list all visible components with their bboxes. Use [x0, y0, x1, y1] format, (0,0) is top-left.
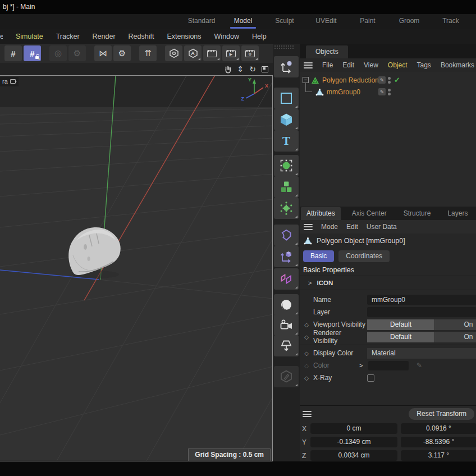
name-input[interactable]: mmGroup0: [367, 295, 476, 305]
transform-tool-button[interactable]: [274, 56, 299, 77]
xray-checkbox[interactable]: [367, 374, 374, 382]
snap-grid-lock-button[interactable]: #: [24, 45, 41, 61]
mirror-settings-button[interactable]: ⚙: [113, 45, 131, 61]
renderer-visibility-segmented: Default On: [367, 332, 476, 342]
primitive-cube-button[interactable]: [274, 109, 299, 130]
dolly-icon[interactable]: ⇕: [237, 65, 244, 73]
field-gear-icon: [279, 201, 294, 216]
hexagon-material-button[interactable]: [165, 45, 182, 61]
layer-badge-icon[interactable]: ✎: [378, 76, 386, 84]
mirror-tool-button[interactable]: ⋈: [94, 45, 112, 61]
visibility-on-button[interactable]: On: [434, 332, 476, 342]
render-view-icon: [207, 50, 217, 57]
snap-grid-button[interactable]: #: [4, 45, 22, 61]
axis-modify-button[interactable]: [274, 246, 299, 267]
objects-hamburger-icon[interactable]: [304, 62, 313, 68]
menu-render[interactable]: Render: [93, 33, 116, 40]
hexagon-asset-button[interactable]: A: [184, 45, 202, 61]
tab-layers[interactable]: Layers: [442, 207, 473, 220]
mode-tab-coordinates[interactable]: Coordinates: [338, 250, 390, 262]
tree-row-polygon-reduction[interactable]: − Polygon Reduction ✎ ✓: [300, 74, 476, 86]
objects-menu-object[interactable]: Object: [388, 61, 408, 69]
mode-tab-basic[interactable]: Basic: [303, 250, 334, 262]
volume-builder-button[interactable]: [274, 176, 299, 198]
render-picture-viewer-button[interactable]: ▶: [222, 45, 240, 61]
attributes-menu-mode[interactable]: Mode: [321, 223, 338, 231]
objects-menu-view[interactable]: View: [364, 61, 378, 69]
layout-tab-groom[interactable]: Groom: [388, 14, 430, 29]
enabled-check-icon[interactable]: ✓: [394, 76, 400, 84]
layout-tab-standard[interactable]: Standard: [181, 14, 222, 29]
rotation-p-input[interactable]: -88.5396 °: [401, 437, 476, 447]
tab-axis-center[interactable]: Axis Center: [346, 207, 392, 220]
fields-button[interactable]: [274, 198, 299, 219]
tree-row-mmgroup0[interactable]: mmGroup0 ✎: [300, 86, 476, 98]
menu-redshift[interactable]: Redshift: [129, 33, 154, 40]
render-view-button[interactable]: [203, 45, 221, 61]
objects-menu-edit[interactable]: Edit: [342, 61, 354, 69]
render-settings-button[interactable]: ⚙: [241, 45, 259, 61]
keyframe-diamond-icon[interactable]: ◇: [300, 322, 313, 328]
menu-help[interactable]: Help: [252, 33, 267, 40]
generator-button[interactable]: [274, 155, 299, 176]
maximize-view-icon[interactable]: [262, 66, 268, 72]
keyframe-diamond-icon[interactable]: ◇: [300, 334, 313, 340]
palette-grip[interactable]: [274, 45, 294, 49]
viewport-nav-bar: ⇕ ↻: [0, 63, 273, 75]
attributes-tabstrip: Attributes Axis Center Structure Layers: [300, 207, 476, 220]
visibility-default-button[interactable]: Default: [367, 332, 434, 342]
expander-icon[interactable]: −: [303, 77, 309, 83]
reorder-button[interactable]: ⇈: [139, 45, 157, 61]
menu-window[interactable]: Window: [214, 33, 239, 40]
stage-button[interactable]: [274, 335, 299, 356]
object-name-label[interactable]: mmGroup0: [327, 88, 360, 96]
deformer-button[interactable]: [274, 225, 299, 246]
environment-button[interactable]: [274, 294, 299, 315]
viewport-canvas[interactable]: Y X Z: [0, 76, 273, 461]
viewport-camera-menu[interactable]: ra: [0, 77, 19, 86]
menu-tracker[interactable]: Tracker: [56, 33, 80, 40]
position-z-input[interactable]: 0.0034 cm: [310, 450, 397, 461]
camera-button[interactable]: [274, 314, 299, 336]
object-name-label[interactable]: Polygon Reduction: [322, 76, 379, 84]
layout-tab-uvedit[interactable]: UVEdit: [305, 14, 347, 29]
layout-tab-paint[interactable]: Paint: [347, 14, 388, 29]
position-x-input[interactable]: 0 cm: [310, 423, 397, 434]
layer-input[interactable]: [367, 307, 476, 317]
spline-rectangle-button[interactable]: [274, 88, 299, 109]
menu-extensions[interactable]: Extensions: [167, 33, 201, 40]
coordinates-hamburger-icon[interactable]: [303, 411, 312, 417]
attributes-menu-userdata[interactable]: User Data: [367, 223, 397, 231]
attributes-menu-edit[interactable]: Edit: [346, 223, 358, 231]
layer-badge-icon[interactable]: ✎: [378, 88, 386, 95]
position-y-input[interactable]: -0.1349 cm: [310, 437, 397, 447]
keyframe-diamond-icon[interactable]: ◇: [300, 375, 313, 381]
layout-tab-track[interactable]: Track: [430, 14, 472, 29]
pan-hand-icon[interactable]: [224, 65, 232, 74]
visibility-default-button[interactable]: Default: [367, 319, 434, 330]
display-color-select[interactable]: Material: [367, 348, 476, 359]
reset-transform-button[interactable]: Reset Transform: [409, 408, 474, 420]
rotation-h-input[interactable]: 0.0916 °: [401, 423, 476, 434]
objects-menu-tags[interactable]: Tags: [417, 61, 431, 69]
menu-simulate[interactable]: Simulate: [16, 33, 43, 40]
objects-menu-file[interactable]: File: [322, 61, 333, 69]
attributes-hamburger-icon[interactable]: [304, 224, 313, 230]
visibility-dots-icon[interactable]: [388, 77, 391, 84]
rotate-view-icon[interactable]: ↻: [249, 65, 256, 73]
keyframe-diamond-icon[interactable]: ◇: [300, 350, 313, 356]
icon-section-header[interactable]: > ICON: [300, 276, 476, 290]
layout-tab-model[interactable]: Model: [222, 14, 264, 29]
tab-structure[interactable]: Structure: [398, 207, 437, 220]
tab-attributes[interactable]: Attributes: [301, 207, 341, 220]
layout-tab-sculpt[interactable]: Sculpt: [264, 14, 305, 29]
objects-menu-bookmarks[interactable]: Bookmarks: [441, 61, 474, 69]
tab-objects[interactable]: Objects: [306, 45, 348, 58]
text-spline-button[interactable]: T: [274, 130, 299, 152]
visibility-dots-icon[interactable]: [388, 89, 391, 95]
instance-button[interactable]: [274, 268, 299, 290]
visibility-on-button[interactable]: On: [434, 319, 476, 330]
lock-icon: [35, 56, 39, 59]
rotation-b-input[interactable]: 3.117 °: [401, 450, 476, 461]
3d-viewport[interactable]: ra: [0, 75, 273, 461]
